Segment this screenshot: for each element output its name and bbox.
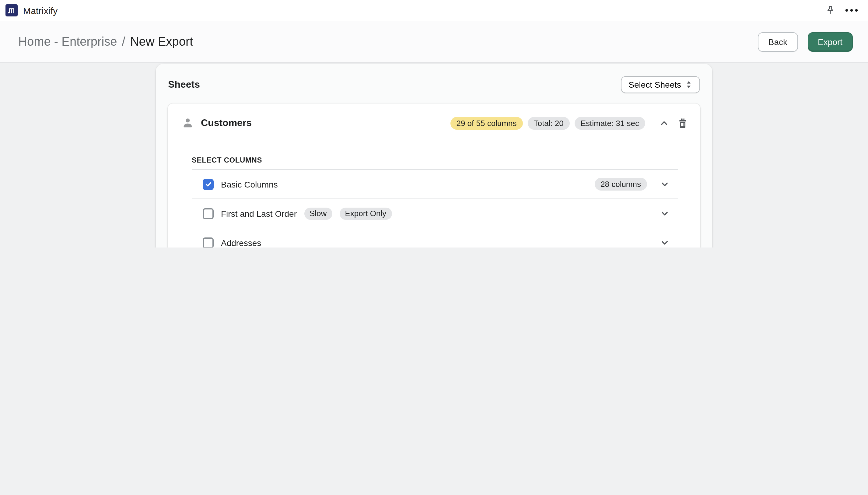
column-group-label: Addresses — [221, 238, 261, 248]
sheets-title: Sheets — [168, 79, 200, 90]
app-title: Matrixify — [23, 5, 57, 16]
top-bar: Matrixify — [0, 0, 868, 21]
chevron-up-icon[interactable] — [657, 118, 671, 129]
app-window: Matrixify Home - Enterprise / New Export… — [0, 0, 868, 248]
sheets-card: Sheets Select Sheets Customers 29 of 55 … — [156, 64, 712, 248]
select-sheets-label: Select Sheets — [628, 80, 681, 89]
person-icon — [181, 117, 194, 130]
column-group-row: Addresses — [192, 228, 678, 248]
breadcrumb-separator: / — [122, 35, 125, 49]
select-columns-header: SELECT COLUMNS — [192, 156, 678, 170]
page-title: New Export — [130, 35, 193, 49]
breadcrumb-parent-link[interactable]: Home - Enterprise — [18, 35, 117, 49]
column-group-row: First and Last OrderSlowExport Only — [192, 199, 678, 228]
tag-badge: Export Only — [339, 207, 392, 220]
sheet-badges: 29 of 55 columns Total: 20 Estimate: 31 … — [450, 117, 645, 130]
select-columns-section: SELECT COLUMNS Basic Columns28 columnsFi… — [192, 156, 678, 248]
tag-badge: Slow — [304, 207, 332, 220]
checkbox[interactable] — [203, 179, 214, 190]
select-sheets-dropdown[interactable]: Select Sheets — [621, 76, 700, 93]
export-button[interactable]: Export — [808, 32, 853, 51]
back-button[interactable]: Back — [758, 32, 798, 51]
selected-columns-count-badge: 28 columns — [594, 178, 647, 191]
sheet-title: Customers — [201, 118, 252, 129]
chevron-down-icon[interactable] — [659, 179, 671, 190]
column-group-label: Basic Columns — [221, 179, 278, 189]
select-caret-icon — [685, 80, 692, 89]
column-group-label: First and Last Order — [221, 208, 297, 218]
column-group-rows: Basic Columns28 columnsFirst and Last Or… — [192, 170, 678, 248]
chevron-down-icon[interactable] — [659, 237, 671, 248]
total-badge: Total: 20 — [527, 117, 570, 130]
customers-sheet-card: Customers 29 of 55 columns Total: 20 Est… — [168, 103, 700, 248]
pin-icon[interactable] — [822, 2, 838, 18]
matrixify-logo-icon — [5, 4, 18, 16]
page-header: Home - Enterprise / New Export Back Expo… — [0, 21, 868, 63]
columns-count-badge: 29 of 55 columns — [450, 117, 523, 130]
checkbox[interactable] — [203, 208, 214, 219]
estimate-badge: Estimate: 31 sec — [575, 117, 645, 130]
trash-icon[interactable] — [676, 117, 689, 129]
customers-sheet-header: Customers 29 of 55 columns Total: 20 Est… — [181, 113, 689, 133]
column-group-row: Basic Columns28 columns — [192, 170, 678, 199]
select-columns-header-label: SELECT COLUMNS — [192, 156, 262, 165]
overflow-menu-icon[interactable] — [844, 2, 860, 18]
checkbox[interactable] — [203, 237, 214, 248]
breadcrumb: Home - Enterprise / New Export — [18, 35, 193, 49]
sheets-header: Sheets Select Sheets — [168, 76, 700, 93]
chevron-down-icon[interactable] — [659, 208, 671, 219]
